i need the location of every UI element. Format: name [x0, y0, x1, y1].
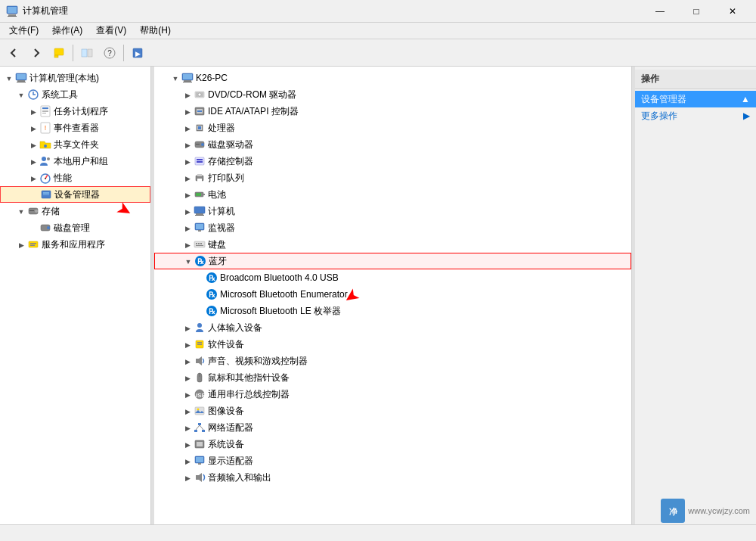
dev-software[interactable]: 软件设备: [154, 336, 631, 353]
local-users-label: 本地用户和组: [54, 155, 108, 168]
dev-ide[interactable]: IDE ATA/ATAPI 控制器: [154, 103, 631, 120]
ms-bt-le-icon: ℞: [206, 305, 218, 317]
sound-expander: [181, 355, 194, 367]
comp-icon: [194, 205, 206, 217]
menu-action[interactable]: 操作(A): [46, 23, 88, 39]
menu-help[interactable]: 帮助(H): [134, 23, 177, 39]
net-label: 网络适配器: [208, 421, 253, 434]
dev-monitor[interactable]: 监视器: [154, 219, 631, 236]
toolbar-help[interactable]: ?: [99, 42, 120, 64]
tree-root[interactable]: 计算机管理(本地): [0, 70, 150, 86]
tree-system-tools[interactable]: 系统工具: [0, 86, 150, 103]
dev-image[interactable]: 图像设备: [154, 403, 631, 419]
menu-view[interactable]: 查看(V): [90, 23, 132, 39]
svg-rect-41: [184, 80, 191, 82]
svg-rect-73: [198, 243, 200, 244]
center-root-expander: [169, 72, 181, 84]
toolbar-up[interactable]: [48, 42, 70, 64]
dev-ms-bt-enum[interactable]: ℞ Microsoft Bluetooth Enumerator: [154, 286, 631, 303]
dev-storage-ctrl[interactable]: 存储控制器: [154, 153, 631, 169]
dev-broadcom[interactable]: ℞ Broadcom Bluetooth 4.0 USB: [154, 269, 631, 286]
dev-print[interactable]: 打印队列: [154, 169, 631, 186]
usb-icon: USB: [194, 388, 206, 400]
services-expander: [15, 238, 27, 250]
tree-services[interactable]: 服务和应用程序: [0, 236, 150, 253]
tree-local-users[interactable]: 本地用户和组: [0, 153, 150, 169]
svg-rect-3: [8, 7, 17, 13]
dev-keyboard[interactable]: 键盘: [154, 236, 631, 253]
tree-event-viewer[interactable]: ! 事件查看器: [0, 120, 150, 136]
dev-cpu[interactable]: 处理器: [154, 120, 631, 136]
hid-icon: [194, 322, 206, 334]
svg-text:℞: ℞: [197, 257, 204, 266]
bt-icon: ℞: [194, 255, 206, 267]
tree-performance[interactable]: 性能: [0, 169, 150, 186]
svg-point-26: [47, 157, 50, 160]
svg-line-98: [200, 425, 203, 430]
hid-expander: [181, 322, 194, 334]
svg-rect-52: [198, 126, 201, 129]
dev-display[interactable]: 显示适配器: [154, 452, 631, 469]
title-bar-left: 计算机管理: [6, 5, 68, 17]
ms-bt-enum-label: Microsoft Bluetooth Enumerator: [220, 289, 348, 300]
dev-audio[interactable]: 音频输入和输出: [154, 469, 631, 486]
bat-expander: [181, 188, 194, 201]
svg-rect-30: [43, 192, 49, 194]
dev-usb[interactable]: USB 通用串行总线控制器: [154, 386, 631, 403]
toolbar-back[interactable]: [3, 42, 24, 64]
svg-rect-2: [8, 16, 17, 17]
tree-shared-folders[interactable]: 共享文件夹: [0, 136, 150, 153]
root-expander: [3, 72, 15, 84]
toolbar-forward[interactable]: [26, 42, 47, 64]
svg-rect-1: [8, 14, 16, 16]
svg-text:℞: ℞: [209, 291, 215, 299]
dev-bluetooth[interactable]: ℞ 蓝牙: [154, 253, 631, 269]
window-controls: — □ ✕: [643, 0, 750, 23]
tree-storage[interactable]: 存储: [0, 203, 150, 219]
svg-marker-88: [196, 356, 202, 365]
dev-dvd[interactable]: DVD/CD-ROM 驱动器: [154, 86, 631, 103]
dev-sound[interactable]: 声音、视频和游戏控制器: [154, 353, 631, 369]
action-devmgr[interactable]: 设备管理器 ▲: [635, 91, 756, 107]
img-expander: [181, 405, 194, 417]
menu-file[interactable]: 文件(F): [3, 23, 45, 39]
minimize-button[interactable]: —: [643, 0, 677, 23]
bat-icon: [194, 188, 206, 201]
tree-device-manager[interactable]: 设备管理器: [0, 186, 150, 203]
menu-bar: 文件(F) 操作(A) 查看(V) 帮助(H): [0, 23, 756, 39]
svg-line-97: [196, 425, 200, 430]
comp-label: 计算机: [208, 205, 235, 218]
storage-ctrl-icon: [194, 155, 206, 167]
maximize-button[interactable]: □: [679, 0, 714, 23]
svg-rect-5: [54, 55, 58, 58]
toolbar-extra[interactable]: ▶: [127, 42, 148, 64]
toolbar-show-hide[interactable]: [76, 42, 98, 64]
close-button[interactable]: ✕: [715, 0, 750, 23]
svg-rect-92: [195, 407, 204, 415]
dev-battery[interactable]: 电池: [154, 186, 631, 203]
dev-ms-bt-le[interactable]: ℞ Microsoft Bluetooth LE 枚举器: [154, 303, 631, 319]
dev-computer[interactable]: 计算机: [154, 203, 631, 219]
disp-expander: [181, 455, 194, 467]
task-expander: [27, 105, 39, 117]
svg-point-24: [44, 145, 47, 148]
action-devmgr-arrow: ▲: [741, 94, 750, 104]
dev-mouse[interactable]: 鼠标和其他指针设备: [154, 369, 631, 386]
mouse-label: 鼠标和其他指针设备: [208, 372, 290, 384]
svg-rect-21: [42, 113, 46, 113]
devmgr-label: 设备管理器: [54, 188, 100, 201]
dev-system[interactable]: 系统设备: [154, 436, 631, 452]
svg-rect-64: [196, 193, 201, 196]
action-more-arrow: ▶: [743, 110, 750, 121]
tree-task-scheduler[interactable]: 任务计划程序: [0, 103, 150, 120]
img-label: 图像设备: [208, 405, 244, 418]
center-root[interactable]: K26-PC: [154, 70, 631, 86]
dvd-icon: [194, 89, 206, 101]
svg-rect-34: [29, 210, 34, 211]
svg-rect-18: [42, 107, 48, 109]
dev-network[interactable]: 网络适配器: [154, 419, 631, 436]
dev-disk[interactable]: 磁盘驱动器: [154, 136, 631, 153]
tree-disk-mgmt[interactable]: 磁盘管理: [0, 219, 150, 236]
dev-hid[interactable]: 人体输入设备: [154, 319, 631, 336]
action-more[interactable]: 更多操作 ▶: [635, 107, 756, 124]
